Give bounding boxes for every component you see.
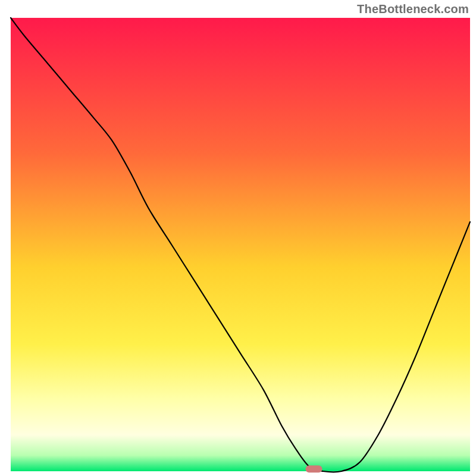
bottleneck-chart: TheBottleneck.com: [0, 0, 476, 476]
watermark-text: TheBottleneck.com: [357, 2, 469, 16]
chart-svg: [0, 0, 476, 476]
optimal-marker: [306, 465, 322, 472]
gradient-background: [11, 18, 470, 471]
